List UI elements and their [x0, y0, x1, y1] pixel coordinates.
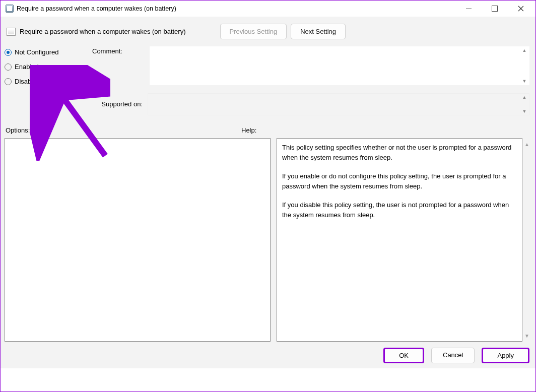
policy-header: Require a password when a computer wakes…	[1, 17, 535, 42]
supported-spinner[interactable]: ▲ ▼	[520, 94, 528, 115]
app-icon	[6, 5, 14, 13]
cancel-button[interactable]: Cancel	[431, 348, 475, 363]
radio-icon	[5, 63, 12, 71]
oh-labels: Options: Help:	[1, 115, 535, 134]
window-title: Require a password when a computer wakes…	[17, 5, 176, 12]
radio-disabled[interactable]: Disabled	[5, 78, 90, 85]
supported-on-label: Supported on:	[92, 93, 148, 115]
policy-title: Require a password when a computer wakes…	[20, 28, 186, 35]
chevron-down-icon[interactable]: ▼	[520, 108, 528, 115]
supported-on-textbox: ▲ ▼	[148, 93, 529, 115]
options-label: Options:	[6, 126, 241, 134]
previous-setting-button: Previous Setting	[220, 24, 287, 39]
ok-button[interactable]: OK	[383, 348, 424, 363]
titlebar[interactable]: Require a password when a computer wakes…	[1, 1, 535, 17]
radio-label: Disabled	[15, 78, 40, 85]
panels: This policy setting specifies whether or…	[1, 134, 535, 346]
close-button[interactable]	[509, 1, 532, 17]
comment-spinner[interactable]: ▲ ▼	[520, 47, 528, 85]
group-policy-dialog: Require a password when a computer wakes…	[0, 0, 536, 392]
maximize-button[interactable]	[483, 1, 506, 17]
state-radio-group: Not Configured Enabled Disabled	[5, 46, 90, 85]
comment-label: Comment:	[92, 46, 148, 85]
help-paragraph: If you disable this policy setting, the …	[282, 200, 517, 220]
radio-enabled[interactable]: Enabled	[5, 63, 90, 71]
radio-icon	[5, 78, 12, 85]
options-panel	[5, 138, 271, 342]
chevron-up-icon[interactable]: ▲	[520, 94, 528, 101]
help-scrollbar[interactable]: ▲ ▼	[522, 138, 531, 342]
radio-label: Enabled	[15, 63, 39, 71]
radio-not-configured[interactable]: Not Configured	[5, 48, 90, 56]
help-panel: This policy setting specifies whether or…	[277, 138, 522, 342]
help-paragraph: This policy setting specifies whether or…	[282, 143, 517, 162]
next-setting-button[interactable]: Next Setting	[291, 24, 346, 39]
radio-label: Not Configured	[15, 48, 58, 56]
chevron-down-icon[interactable]: ▼	[523, 332, 531, 340]
help-paragraph: If you enable or do not configure this p…	[282, 171, 517, 191]
apply-button[interactable]: Apply	[482, 348, 529, 363]
radio-icon	[5, 49, 12, 56]
button-bar: OK Cancel Apply	[1, 346, 535, 368]
config-section: Not Configured Enabled Disabled Comment:…	[1, 42, 535, 115]
chevron-up-icon[interactable]: ▲	[520, 47, 528, 54]
chevron-down-icon[interactable]: ▼	[520, 78, 528, 85]
minimize-button[interactable]	[457, 1, 480, 17]
help-label: Help:	[241, 126, 256, 134]
policy-icon	[7, 28, 16, 36]
chevron-up-icon[interactable]: ▲	[523, 140, 531, 148]
comment-textbox[interactable]: ▲ ▼	[150, 46, 529, 85]
